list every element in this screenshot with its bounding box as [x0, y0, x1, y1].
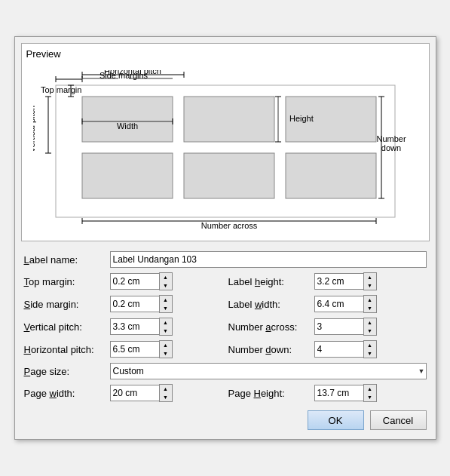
label-height-down[interactable]: ▼ — [364, 281, 376, 290]
side-margin-up[interactable]: ▲ — [160, 296, 172, 304]
page-height-label: Page Height: — [228, 388, 311, 399]
page-size-select[interactable]: Custom A4 Letter — [110, 363, 427, 379]
top-margin-spinner-btns: ▲ ▼ — [159, 272, 173, 290]
label-width-spinner: ▲ ▼ — [314, 295, 427, 313]
width-text: Width — [116, 121, 137, 131]
page-height-input[interactable] — [314, 385, 363, 401]
number-across-input[interactable] — [314, 318, 363, 335]
top-margin-row: Top margin: ▲ ▼ — [21, 270, 225, 293]
side-margin-label: Side margin: — [24, 299, 107, 310]
number-down-input[interactable] — [314, 341, 363, 358]
preview-section: Preview Top margi — [21, 43, 430, 241]
vertical-pitch-up[interactable]: ▲ — [160, 318, 172, 327]
horizontal-pitch-text-top: Horizontal pitch — [104, 70, 161, 75]
svg-rect-5 — [184, 153, 274, 198]
label-width-down[interactable]: ▼ — [364, 304, 376, 312]
page-size-label: Page size: — [24, 366, 107, 377]
label-width-spinner-btns: ▲ ▼ — [363, 295, 377, 313]
preview-label: Preview — [26, 48, 424, 60]
page-width-label: Page width: — [24, 388, 107, 399]
label-height-row: Label height: ▲ ▼ — [225, 270, 430, 293]
page-width-input[interactable] — [110, 385, 159, 401]
form-section: Label name: Top margin: ▲ ▼ Label height… — [21, 249, 430, 404]
label-name-label: Label name: — [24, 254, 107, 266]
horizontal-pitch-down[interactable]: ▼ — [160, 349, 172, 358]
page-height-spinner: ▲ ▼ — [314, 384, 427, 402]
dialog: Preview Top margi — [14, 36, 436, 440]
page-height-row: Page Height: ▲ ▼ — [225, 382, 430, 404]
label-height-spinner: ▲ ▼ — [314, 272, 427, 290]
vertical-pitch-spinner: ▲ ▼ — [110, 318, 222, 336]
page-size-select-wrapper: Custom A4 Letter ▼ — [110, 363, 427, 379]
page-height-down[interactable]: ▼ — [364, 393, 376, 401]
number-down-row: Number down: ▲ ▼ — [225, 338, 430, 361]
horizontal-pitch-spinner-btns: ▲ ▼ — [159, 340, 173, 358]
number-down-label: Number down: — [228, 344, 311, 355]
vertical-pitch-spinner-btns: ▲ ▼ — [159, 318, 173, 336]
horizontal-pitch-up[interactable]: ▲ — [160, 341, 172, 349]
horizontal-pitch-label: Horizontal pitch: — [24, 344, 107, 355]
number-down-text: Number — [376, 134, 406, 143]
top-margin-spinner: ▲ ▼ — [110, 272, 222, 290]
page-width-up[interactable]: ▲ — [160, 385, 172, 393]
vertical-pitch-down[interactable]: ▼ — [160, 327, 172, 335]
label-width-row: Label width: ▲ ▼ — [225, 293, 430, 315]
preview-diagram: Top margin Side margins Horizontal pitch — [33, 70, 418, 229]
svg-rect-2 — [184, 97, 274, 142]
number-across-down[interactable]: ▼ — [364, 327, 376, 335]
horizontal-pitch-row: Horizontal pitch: ▲ ▼ — [21, 338, 225, 361]
vertical-pitch-label: Vertical pitch: — [24, 321, 107, 333]
vertical-pitch-input[interactable] — [110, 318, 159, 335]
number-down-down[interactable]: ▼ — [364, 349, 376, 358]
top-margin-down[interactable]: ▼ — [160, 281, 172, 290]
label-name-row: Label name: — [21, 249, 430, 270]
number-across-row: Number across: ▲ ▼ — [225, 315, 430, 338]
number-down-spinner-btns: ▲ ▼ — [363, 340, 377, 358]
top-margin-text: Top margin — [41, 85, 81, 94]
label-name-input[interactable] — [110, 251, 427, 268]
number-across-spinner-btns: ▲ ▼ — [363, 318, 377, 336]
top-margin-up[interactable]: ▲ — [160, 273, 172, 281]
number-across-text: Number across — [201, 221, 257, 229]
label-height-spinner-btns: ▲ ▼ — [363, 272, 377, 290]
label-width-label: Label width: — [228, 299, 311, 310]
page-height-spinner-btns: ▲ ▼ — [363, 384, 377, 402]
top-margin-label: Top margin: — [24, 276, 107, 287]
label-width-up[interactable]: ▲ — [364, 296, 376, 304]
page-width-spinner: ▲ ▼ — [110, 384, 222, 402]
side-margin-spinner: ▲ ▼ — [110, 295, 222, 313]
side-margin-input[interactable] — [110, 296, 159, 312]
number-across-label: Number across: — [228, 321, 311, 333]
horizontal-pitch-input[interactable] — [110, 341, 159, 358]
cancel-button[interactable]: Cancel — [370, 410, 427, 430]
horizontal-pitch-spinner: ▲ ▼ — [110, 340, 222, 358]
page-size-row: Page size: Custom A4 Letter ▼ — [21, 361, 430, 382]
ok-button[interactable]: OK — [308, 410, 364, 430]
side-margin-spinner-btns: ▲ ▼ — [159, 295, 173, 313]
label-height-input[interactable] — [314, 273, 363, 290]
side-margin-down[interactable]: ▼ — [160, 304, 172, 312]
vertical-pitch-row: Vertical pitch: ▲ ▼ — [21, 315, 225, 338]
number-down-text2: down — [381, 143, 400, 152]
number-down-spinner: ▲ ▼ — [314, 340, 427, 358]
height-text: Height — [289, 114, 314, 123]
number-across-up[interactable]: ▲ — [364, 318, 376, 327]
page-width-row: Page width: ▲ ▼ — [21, 382, 225, 404]
form-grid: Top margin: ▲ ▼ Label height: ▲ ▼ — [21, 270, 430, 404]
page-width-spinner-btns: ▲ ▼ — [159, 384, 173, 402]
label-width-input[interactable] — [314, 296, 363, 312]
button-row: OK Cancel — [21, 404, 430, 433]
svg-rect-6 — [286, 153, 376, 198]
page-height-up[interactable]: ▲ — [364, 385, 376, 393]
label-height-up[interactable]: ▲ — [364, 273, 376, 281]
svg-rect-4 — [82, 153, 173, 198]
svg-rect-1 — [82, 97, 173, 142]
vertical-pitch-text: Vertical pitch — [33, 106, 36, 152]
preview-canvas: Top margin Side margins Horizontal pitch — [26, 63, 424, 236]
number-down-up[interactable]: ▲ — [364, 341, 376, 349]
page-width-down[interactable]: ▼ — [160, 393, 172, 401]
label-height-label: Label height: — [228, 276, 311, 287]
number-across-spinner: ▲ ▼ — [314, 318, 427, 336]
side-margin-row: Side margin: ▲ ▼ — [21, 293, 225, 315]
top-margin-input[interactable] — [110, 273, 159, 290]
